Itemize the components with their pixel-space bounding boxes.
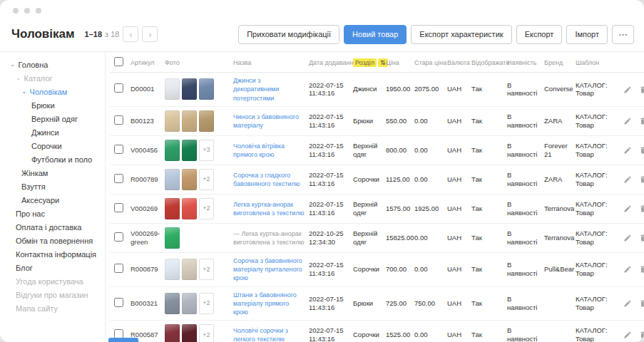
edit-icon[interactable]: [623, 175, 632, 184]
delete-icon[interactable]: [639, 234, 644, 242]
sidebar-item[interactable]: Блог: [0, 261, 105, 274]
sidebar-item[interactable]: ⌄ Головна: [0, 58, 105, 71]
column-header-old-price[interactable]: Стара ціна: [412, 52, 445, 73]
product-name-link[interactable]: — Легка куртка-анорак виготовлена з текс…: [233, 230, 304, 246]
delete-icon[interactable]: [639, 331, 644, 339]
row-checkbox[interactable]: [114, 203, 123, 212]
sidebar-item[interactable]: Жінкам: [0, 166, 105, 180]
edit-icon[interactable]: [623, 265, 632, 274]
delete-icon[interactable]: [639, 204, 644, 213]
product-thumbnail[interactable]: [165, 169, 180, 190]
chevron-down-icon[interactable]: ⌄: [21, 88, 27, 95]
product-thumbnail[interactable]: [165, 110, 180, 132]
hide-modifications-button[interactable]: Приховати модифікації: [238, 25, 339, 44]
product-thumbnail[interactable]: [182, 259, 197, 280]
product-thumbnail[interactable]: [165, 78, 180, 100]
product-name-link[interactable]: Легка куртка-анорак виготовлена з тексти…: [233, 201, 304, 217]
column-header-sku[interactable]: Артикул: [128, 52, 163, 73]
window-control-icon[interactable]: [13, 8, 19, 14]
row-checkbox[interactable]: [114, 115, 123, 125]
column-header-availability[interactable]: Наявність: [505, 52, 542, 73]
more-photos-badge[interactable]: +2: [199, 293, 214, 314]
column-header-price[interactable]: Ціна: [384, 52, 412, 73]
delete-icon[interactable]: [639, 175, 644, 184]
row-checkbox[interactable]: [114, 298, 123, 307]
product-name-link[interactable]: Штани з бавовняного матеріалу прямого кр…: [233, 291, 297, 316]
row-checkbox[interactable]: [114, 174, 123, 183]
product-name-link[interactable]: Чоловічі сорочки з легкого текстилю: [233, 327, 288, 342]
product-thumbnail[interactable]: [199, 78, 214, 100]
sidebar-item[interactable]: Сорочки: [0, 139, 105, 152]
delete-icon[interactable]: [639, 146, 644, 155]
product-thumbnail[interactable]: [182, 198, 197, 219]
product-name-link[interactable]: Сорочка з гладкого бавовняного текстилю: [233, 172, 300, 187]
row-checkbox[interactable]: [114, 145, 123, 154]
prev-page-button[interactable]: ‹: [123, 26, 138, 42]
product-thumbnail[interactable]: [165, 259, 180, 280]
edit-icon[interactable]: [623, 146, 632, 155]
export-button[interactable]: Експорт: [516, 25, 563, 44]
edit-icon[interactable]: [623, 117, 632, 125]
delete-icon[interactable]: [639, 117, 644, 125]
product-thumbnail[interactable]: [165, 198, 180, 219]
delete-icon[interactable]: [639, 299, 644, 308]
partial-bottom-button[interactable]: [108, 338, 138, 342]
next-page-button[interactable]: ›: [142, 26, 158, 42]
product-thumbnail[interactable]: [165, 293, 180, 314]
sidebar-item[interactable]: Верхній одяг: [0, 112, 105, 125]
sidebar-item[interactable]: Взуття: [0, 180, 105, 193]
row-checkbox[interactable]: [114, 232, 123, 242]
sidebar-item[interactable]: Брюки: [0, 98, 105, 112]
product-thumbnail[interactable]: [182, 293, 197, 314]
more-photos-badge[interactable]: +2: [199, 259, 214, 280]
sidebar-item[interactable]: Джинси: [0, 125, 105, 139]
sidebar-item[interactable]: Угода користувача: [0, 274, 105, 288]
product-thumbnail[interactable]: [182, 140, 197, 161]
more-photos-badge[interactable]: +3: [199, 140, 214, 161]
delete-icon[interactable]: [639, 265, 644, 274]
column-header-template[interactable]: Шаблон: [573, 52, 616, 73]
row-checkbox[interactable]: [114, 264, 123, 273]
sidebar-item[interactable]: Аксесуари: [0, 193, 105, 207]
product-thumbnail[interactable]: [165, 227, 180, 249]
import-button[interactable]: Імпорт: [566, 25, 608, 44]
sidebar-item[interactable]: Обмін та повернення: [0, 234, 105, 247]
chevron-down-icon[interactable]: ⌄: [16, 75, 21, 81]
product-thumbnail[interactable]: [199, 110, 214, 132]
edit-icon[interactable]: [623, 299, 632, 308]
more-photos-badge[interactable]: +2: [199, 198, 214, 219]
column-header-photo[interactable]: Фото: [163, 52, 231, 73]
product-name-link[interactable]: Чоловіча вітрівка прямого крою: [233, 142, 285, 158]
product-thumbnail[interactable]: [182, 169, 197, 190]
more-photos-badge[interactable]: +2: [199, 324, 214, 342]
product-name-link[interactable]: Джинси з декоративними потертостями: [233, 77, 279, 102]
sidebar-item[interactable]: Футболки и поло: [0, 152, 105, 166]
row-checkbox[interactable]: [114, 83, 123, 93]
window-control-icon[interactable]: [24, 8, 30, 14]
product-thumbnail[interactable]: [182, 78, 197, 100]
sidebar-item[interactable]: Мапа сайту: [0, 301, 105, 315]
more-photos-badge[interactable]: +2: [199, 169, 214, 190]
delete-icon[interactable]: [639, 86, 644, 94]
product-thumbnail[interactable]: [165, 140, 180, 161]
sidebar-item[interactable]: Про нас: [0, 207, 105, 220]
export-characteristics-button[interactable]: Експорт характеристик: [411, 25, 511, 44]
sidebar-item[interactable]: Відгуки про магазин: [0, 288, 105, 301]
edit-icon[interactable]: [623, 86, 632, 94]
column-header-section[interactable]: Розділ⇅: [351, 52, 384, 73]
column-header-name[interactable]: Назва: [231, 52, 307, 73]
window-control-icon[interactable]: [36, 8, 41, 14]
product-name-link[interactable]: Чиноси з бавовняного матеріалу: [233, 113, 299, 129]
sidebar-item[interactable]: ⌄ Чоловікам: [0, 85, 105, 98]
column-header-currency[interactable]: Валюта: [445, 52, 469, 73]
product-name-link[interactable]: Сорочка з бавовняного матеріалу притален…: [233, 257, 302, 282]
column-header-date-added[interactable]: Дата додавання: [307, 52, 351, 73]
sidebar-item[interactable]: Оплата і доставка: [0, 220, 105, 234]
column-header-brand[interactable]: Бренд: [542, 52, 573, 73]
more-actions-button[interactable]: ⋯: [612, 25, 634, 44]
product-thumbnail[interactable]: [182, 324, 197, 342]
edit-icon[interactable]: [623, 204, 632, 213]
sidebar-item[interactable]: Контактна інформація: [0, 247, 105, 261]
new-product-button[interactable]: Новий товар: [344, 25, 407, 44]
select-all-checkbox[interactable]: [114, 57, 123, 66]
